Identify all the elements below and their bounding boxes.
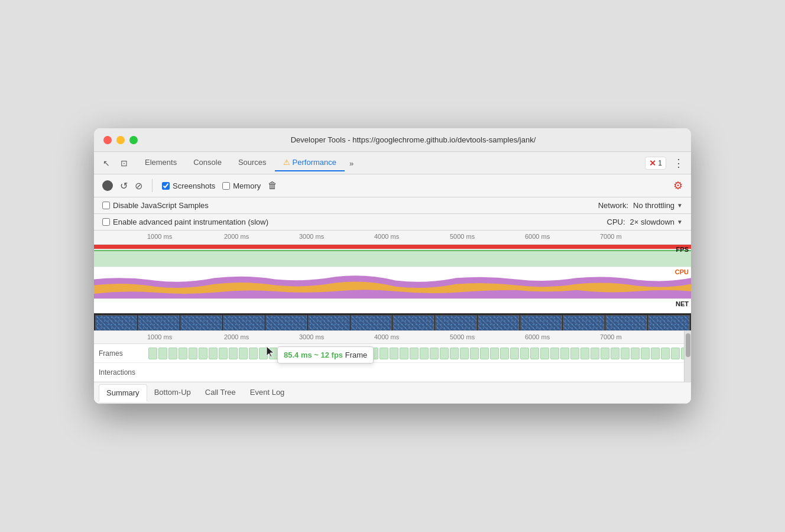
frame-block[interactable]: [480, 348, 489, 359]
screenshots-checkbox-label[interactable]: Screenshots: [162, 181, 215, 190]
settings-button[interactable]: ⚙: [673, 179, 683, 192]
frame-block[interactable]: [580, 348, 589, 359]
dock-icon[interactable]: ⊡: [116, 155, 132, 171]
toolbar-divider: [152, 179, 153, 192]
frame-block[interactable]: [209, 348, 218, 359]
tab-more[interactable]: »: [345, 155, 358, 171]
frame-block[interactable]: [570, 348, 579, 359]
frame-block[interactable]: [249, 348, 258, 359]
frame-block[interactable]: [148, 348, 157, 359]
enable-paint-label[interactable]: Enable advanced paint instrumentation (s…: [102, 218, 268, 226]
frame-block[interactable]: [410, 348, 419, 359]
frame-block[interactable]: [199, 348, 207, 359]
frame-block[interactable]: [189, 348, 197, 359]
frame-block[interactable]: [269, 348, 278, 359]
tab-event-log[interactable]: Event Log: [243, 384, 292, 401]
frame-block[interactable]: [390, 348, 398, 359]
screenshot-thumb[interactable]: [520, 315, 562, 332]
screenshot-thumb[interactable]: [392, 315, 434, 332]
menu-dots[interactable]: ⋮: [671, 157, 686, 170]
tab-summary[interactable]: Summary: [99, 384, 147, 402]
disable-js-samples-label[interactable]: Disable JavaScript Samples: [102, 201, 209, 210]
screenshot-thumb[interactable]: [265, 315, 307, 332]
maximize-button[interactable]: [129, 136, 138, 144]
frame-block[interactable]: [641, 348, 650, 359]
frame-block[interactable]: [179, 348, 187, 359]
frame-block[interactable]: [671, 348, 680, 359]
frame-block[interactable]: [259, 348, 268, 359]
frame-block[interactable]: [440, 348, 449, 359]
frame-block[interactable]: [601, 348, 609, 359]
disable-js-samples-checkbox[interactable]: [102, 202, 110, 209]
tab-performance[interactable]: ⚠Performance: [275, 154, 345, 171]
detail-ruler: 1000 ms 2000 ms 3000 ms 4000 ms 5000 ms …: [94, 331, 691, 344]
frame-block[interactable]: [520, 348, 529, 359]
tab-bottom-up[interactable]: Bottom-Up: [147, 384, 198, 401]
network-select[interactable]: No throttling ▼: [633, 201, 683, 210]
frame-block[interactable]: [560, 348, 569, 359]
scrollbar-thumb[interactable]: [686, 333, 690, 357]
frame-block[interactable]: [379, 348, 388, 359]
cursor-icon[interactable]: ↖: [99, 155, 114, 171]
screenshot-thumb[interactable]: [478, 315, 520, 332]
frame-block[interactable]: [400, 348, 408, 359]
screenshot-thumb[interactable]: [138, 315, 180, 332]
screenshot-thumb[interactable]: [351, 315, 392, 332]
frame-block[interactable]: [420, 348, 429, 359]
tab-console[interactable]: Console: [185, 154, 230, 171]
close-button[interactable]: [103, 136, 112, 144]
window-title: Developer Tools - https://googlechrome.g…: [145, 135, 682, 144]
frame-block[interactable]: [470, 348, 479, 359]
frame-block[interactable]: [651, 348, 660, 359]
frame-block[interactable]: [450, 348, 459, 359]
frame-block[interactable]: [661, 348, 670, 359]
tab-sources[interactable]: Sources: [230, 154, 275, 171]
frame-block[interactable]: [229, 348, 238, 359]
frame-block[interactable]: [621, 348, 630, 359]
frame-block[interactable]: [611, 348, 619, 359]
screenshot-thumb[interactable]: [563, 315, 605, 332]
frame-block[interactable]: [490, 348, 499, 359]
screenshot-thumb[interactable]: [180, 315, 222, 332]
cpu-label: CPU: [675, 268, 689, 275]
detail-tick-2000: 2000 ms: [224, 333, 249, 340]
screenshot-thumb[interactable]: [648, 315, 690, 332]
clear-button[interactable]: ⊘: [135, 180, 142, 192]
minimize-button[interactable]: [116, 136, 125, 144]
frame-block[interactable]: [550, 348, 559, 359]
screenshots-strip: [94, 313, 691, 331]
frame-block[interactable]: [500, 348, 509, 359]
screenshot-thumb[interactable]: [95, 315, 137, 332]
frame-block[interactable]: [430, 348, 439, 359]
memory-checkbox[interactable]: [222, 182, 230, 190]
reload-button[interactable]: ↺: [120, 180, 128, 192]
record-button[interactable]: [102, 180, 113, 191]
warning-icon: ⚠: [283, 158, 290, 167]
frame-block[interactable]: [168, 348, 177, 359]
memory-checkbox-label[interactable]: Memory: [222, 181, 261, 190]
tab-elements[interactable]: Elements: [137, 154, 185, 171]
detail-tick-3000: 3000 ms: [299, 333, 324, 340]
tab-call-tree[interactable]: Call Tree: [198, 384, 243, 401]
traffic-lights: [103, 136, 138, 144]
frame-block[interactable]: [460, 348, 469, 359]
devtools-window: Developer Tools - https://googlechrome.g…: [94, 128, 691, 404]
frame-block[interactable]: [530, 348, 539, 359]
frame-block[interactable]: [239, 348, 248, 359]
screenshot-thumb[interactable]: [605, 315, 647, 332]
screenshot-thumb[interactable]: [308, 315, 350, 332]
frame-block[interactable]: [591, 348, 599, 359]
error-badge[interactable]: ✕ 1: [645, 157, 666, 170]
frame-block[interactable]: [540, 348, 549, 359]
screenshots-checkbox[interactable]: [162, 182, 170, 190]
frame-block[interactable]: [631, 348, 640, 359]
timeline-scrollbar[interactable]: [684, 331, 691, 382]
screenshot-thumb[interactable]: [223, 315, 265, 332]
frame-block[interactable]: [510, 348, 519, 359]
frame-block[interactable]: [219, 348, 228, 359]
screenshot-thumb[interactable]: [435, 315, 477, 332]
delete-button[interactable]: 🗑: [268, 180, 277, 191]
enable-paint-checkbox[interactable]: [102, 218, 110, 226]
cpu-select[interactable]: 2× slowdown ▼: [630, 218, 683, 226]
frame-block[interactable]: [158, 348, 167, 359]
